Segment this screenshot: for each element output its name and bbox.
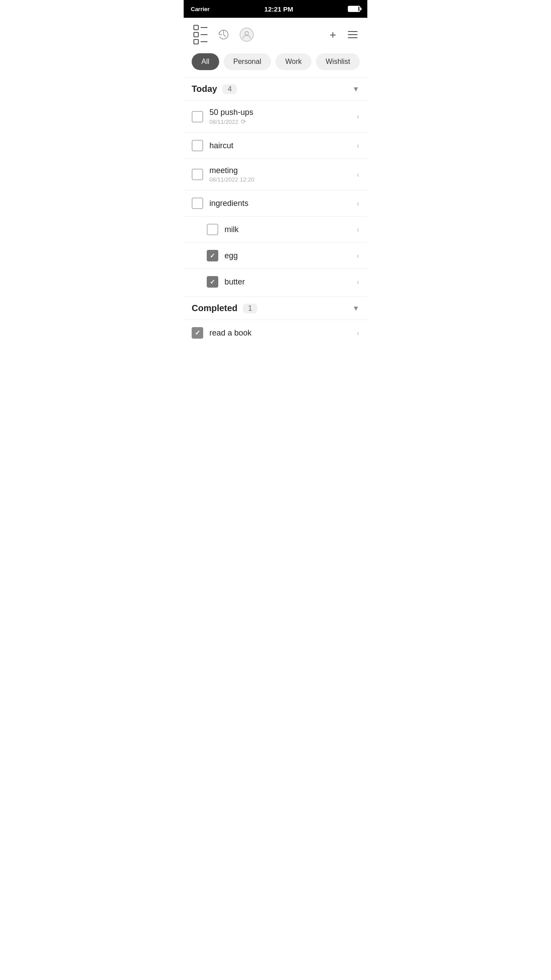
- toolbar-right: +: [328, 27, 359, 42]
- time-label: 12:21 PM: [264, 5, 293, 13]
- task-name-read-book: read a book: [209, 328, 350, 338]
- today-title: Today: [192, 84, 217, 94]
- completed-section-header[interactable]: Completed 1 ▼: [184, 296, 367, 320]
- history-icon: [217, 28, 230, 41]
- completed-count-badge: 1: [243, 304, 257, 313]
- task-content-ingredients: ingredients: [209, 199, 350, 208]
- task-content-read-book: read a book: [209, 328, 350, 338]
- task-content-egg: egg: [224, 251, 350, 261]
- task-arrow-pushups[interactable]: ‹: [357, 112, 359, 121]
- task-checkbox-egg[interactable]: [207, 250, 218, 261]
- task-content-butter: butter: [224, 277, 350, 287]
- task-arrow-haircut[interactable]: ‹: [357, 141, 359, 150]
- task-item-butter: butter ‹: [184, 269, 367, 295]
- filter-tab-work[interactable]: Work: [276, 53, 311, 70]
- today-section-header[interactable]: Today 4 ▼: [184, 77, 367, 100]
- task-name-butter: butter: [224, 277, 350, 287]
- task-checkbox-pushups[interactable]: [192, 111, 203, 122]
- task-arrow-milk[interactable]: ‹: [357, 225, 359, 234]
- task-list: 50 push-ups 08/11/2022 ⟳ ‹ haircut ‹ mee…: [184, 100, 367, 295]
- task-arrow-read-book[interactable]: ‹: [357, 328, 359, 338]
- menu-button[interactable]: [346, 29, 359, 40]
- completed-title: Completed: [192, 303, 237, 313]
- task-content-pushups: 50 push-ups 08/11/2022 ⟳: [209, 108, 350, 125]
- filter-tab-all[interactable]: All: [192, 53, 219, 70]
- plus-icon: +: [330, 29, 336, 40]
- task-content-meeting: meeting 08/11/2022 12:20: [209, 166, 350, 183]
- task-checkbox-butter[interactable]: [207, 276, 218, 288]
- task-content-milk: milk: [224, 225, 350, 234]
- task-arrow-egg[interactable]: ‹: [357, 251, 359, 261]
- task-arrow-butter[interactable]: ‹: [357, 277, 359, 287]
- task-item-haircut: haircut ‹: [184, 132, 367, 158]
- checklist-button[interactable]: [192, 23, 209, 46]
- repeat-icon-pushups: ⟳: [241, 118, 246, 125]
- svg-point-0: [245, 32, 248, 35]
- task-name-milk: milk: [224, 225, 350, 234]
- task-meta-pushups: 08/11/2022 ⟳: [209, 118, 350, 125]
- task-checkbox-milk[interactable]: [207, 224, 218, 235]
- add-button[interactable]: +: [328, 27, 338, 42]
- task-arrow-meeting[interactable]: ‹: [357, 170, 359, 179]
- task-name-ingredients: ingredients: [209, 199, 350, 208]
- checklist-icon: [193, 25, 208, 44]
- task-name-pushups: 50 push-ups: [209, 108, 350, 117]
- today-count-badge: 4: [222, 84, 237, 94]
- task-name-haircut: haircut: [209, 141, 350, 150]
- task-item-egg: egg ‹: [184, 242, 367, 269]
- battery-icon: [348, 6, 360, 12]
- task-item-ingredients: ingredients ‹: [184, 190, 367, 216]
- profile-button[interactable]: [238, 26, 256, 43]
- filter-tab-personal[interactable]: Personal: [224, 53, 271, 70]
- task-arrow-ingredients[interactable]: ‹: [357, 199, 359, 208]
- task-item-milk: milk ‹: [184, 216, 367, 242]
- task-checkbox-haircut[interactable]: [192, 140, 203, 151]
- history-button[interactable]: [216, 27, 232, 43]
- task-checkbox-meeting[interactable]: [192, 169, 203, 180]
- menu-icon: [348, 31, 358, 38]
- task-meta-meeting: 08/11/2022 12:20: [209, 176, 350, 183]
- profile-icon: [240, 28, 254, 42]
- toolbar: +: [184, 18, 367, 51]
- filter-tabs: All Personal Work Wishlist: [184, 51, 367, 77]
- toolbar-left: [192, 23, 323, 46]
- filter-tab-wishlist[interactable]: Wishlist: [316, 53, 360, 70]
- task-item-meeting: meeting 08/11/2022 12:20 ‹: [184, 158, 367, 190]
- completed-section: Completed 1 ▼ read a book ‹: [184, 296, 367, 346]
- task-date-pushups: 08/11/2022: [209, 119, 238, 125]
- task-item-pushups: 50 push-ups 08/11/2022 ⟳ ‹: [184, 100, 367, 132]
- task-item-read-book: read a book ‹: [184, 320, 367, 346]
- completed-task-list: read a book ‹: [184, 320, 367, 346]
- completed-chevron-icon: ▼: [352, 304, 359, 312]
- battery-indicator: [348, 6, 360, 12]
- task-content-haircut: haircut: [209, 141, 350, 150]
- task-checkbox-read-book[interactable]: [192, 327, 203, 339]
- task-name-egg: egg: [224, 251, 350, 261]
- task-date-meeting: 08/11/2022 12:20: [209, 176, 254, 183]
- today-chevron-icon: ▼: [352, 85, 359, 93]
- task-name-meeting: meeting: [209, 166, 350, 175]
- status-bar: Carrier 12:21 PM: [184, 0, 367, 18]
- carrier-label: Carrier: [191, 6, 210, 12]
- task-checkbox-ingredients[interactable]: [192, 198, 203, 209]
